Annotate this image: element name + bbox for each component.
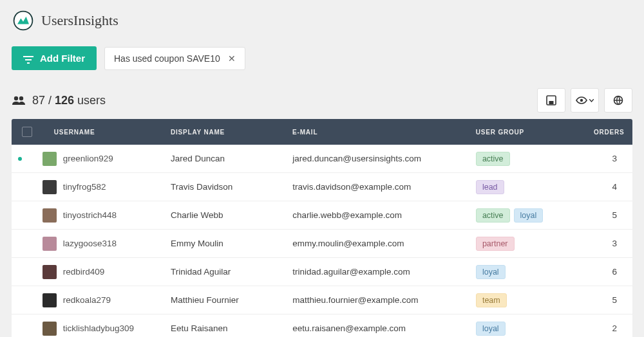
table-row[interactable]: ticklishladybug309Eetu Raisaneneetu.rais… bbox=[12, 314, 632, 337]
email-text: emmy.moulin@example.com bbox=[292, 239, 476, 248]
toolbar: Add Filter Has used coupon SAVE10 ✕ bbox=[12, 46, 632, 70]
svg-rect-6 bbox=[549, 101, 554, 104]
col-header-group[interactable]: USER GROUP bbox=[476, 129, 594, 136]
table-row[interactable]: tinyostrich448Charlie Webbcharlie.webb@e… bbox=[12, 201, 632, 230]
chevron-down-icon bbox=[589, 99, 594, 102]
online-indicator bbox=[18, 157, 22, 161]
count-sep: / bbox=[45, 94, 55, 107]
avatar bbox=[43, 265, 57, 279]
svg-rect-0 bbox=[23, 56, 33, 57]
svg-rect-2 bbox=[27, 62, 30, 64]
col-header-display[interactable]: DISPLAY NAME bbox=[171, 129, 292, 136]
orders-count: 2 bbox=[594, 323, 632, 333]
display-name: Emmy Moulin bbox=[171, 239, 292, 248]
group-badge: loyal bbox=[514, 208, 544, 223]
svg-point-4 bbox=[19, 96, 23, 100]
display-name: Eetu Raisanen bbox=[171, 323, 292, 333]
col-header-username[interactable]: USERNAME bbox=[43, 129, 171, 136]
user-group-cell: active bbox=[476, 152, 594, 166]
display-name: Jared Duncan bbox=[171, 154, 292, 163]
username-text: tinyfrog582 bbox=[63, 182, 106, 192]
email-text: trinidad.aguilar@example.com bbox=[292, 267, 476, 277]
username-text: redkoala279 bbox=[63, 295, 111, 305]
users-icon bbox=[12, 95, 26, 105]
group-badge: active bbox=[476, 152, 510, 166]
group-badge: active bbox=[476, 208, 510, 223]
avatar bbox=[43, 293, 57, 307]
group-badge: partner bbox=[476, 237, 515, 251]
globe-icon bbox=[613, 95, 623, 105]
svg-point-3 bbox=[14, 96, 18, 100]
filter-chip-label: Has used coupon SAVE10 bbox=[114, 53, 220, 64]
username-text: greenlion929 bbox=[63, 154, 113, 163]
logo-icon bbox=[12, 9, 35, 32]
orders-count: 5 bbox=[594, 295, 632, 305]
orders-count: 3 bbox=[594, 239, 632, 248]
count-filtered: 87 bbox=[32, 94, 45, 107]
table-row[interactable]: redbird409Trinidad Aguilartrinidad.aguil… bbox=[12, 258, 632, 286]
count-total: 126 bbox=[55, 94, 74, 107]
table-row[interactable]: lazygoose318Emmy Moulinemmy.moulin@examp… bbox=[12, 230, 632, 258]
avatar bbox=[43, 322, 57, 336]
filter-icon bbox=[23, 55, 33, 62]
orders-count: 3 bbox=[594, 154, 632, 163]
count-label: users bbox=[74, 94, 106, 107]
display-name: Travis Davidson bbox=[171, 182, 292, 192]
save-view-button[interactable] bbox=[537, 88, 565, 113]
brand-name: UsersInsights bbox=[41, 12, 118, 29]
email-text: eetu.raisanen@example.com bbox=[292, 323, 476, 333]
display-name: Charlie Webb bbox=[171, 210, 292, 220]
orders-count: 5 bbox=[594, 210, 632, 220]
table-row[interactable]: redkoala279Matthieu Fourniermatthieu.fou… bbox=[12, 286, 632, 314]
orders-count: 4 bbox=[594, 182, 632, 192]
group-badge: team bbox=[476, 293, 507, 307]
table-header: USERNAME DISPLAY NAME E-MAIL USER GROUP … bbox=[12, 119, 632, 145]
user-group-cell: partner bbox=[476, 237, 594, 251]
add-filter-label: Add Filter bbox=[40, 53, 85, 64]
count-row: 87 / 126 users bbox=[12, 88, 632, 113]
eye-icon bbox=[576, 96, 587, 104]
group-badge: loyal bbox=[476, 322, 506, 336]
select-all-checkbox[interactable] bbox=[22, 127, 32, 137]
filter-chip[interactable]: Has used coupon SAVE10 ✕ bbox=[104, 47, 245, 70]
users-table: USERNAME DISPLAY NAME E-MAIL USER GROUP … bbox=[12, 119, 632, 337]
display-name: Trinidad Aguilar bbox=[171, 267, 292, 277]
columns-visibility-button[interactable] bbox=[571, 88, 599, 113]
table-row[interactable]: tinyfrog582Travis Davidsontravis.davidso… bbox=[12, 173, 632, 201]
col-header-email[interactable]: E-MAIL bbox=[292, 129, 476, 136]
email-text: jared.duncan@usersinsights.com bbox=[292, 154, 476, 163]
username-text: redbird409 bbox=[63, 267, 105, 277]
table-row[interactable]: greenlion929Jared Duncanjared.duncan@use… bbox=[12, 145, 632, 173]
app-header: UsersInsights bbox=[12, 9, 632, 32]
email-text: matthieu.fournier@example.com bbox=[292, 295, 476, 305]
orders-count: 6 bbox=[594, 267, 632, 277]
group-badge: loyal bbox=[476, 265, 506, 279]
email-text: charlie.webb@example.com bbox=[292, 210, 476, 220]
close-icon[interactable]: ✕ bbox=[228, 53, 236, 64]
avatar bbox=[43, 237, 57, 251]
svg-rect-1 bbox=[25, 59, 32, 60]
user-group-cell: activeloyal bbox=[476, 208, 594, 223]
user-group-cell: loyal bbox=[476, 322, 594, 336]
svg-point-7 bbox=[580, 99, 583, 102]
username-text: tinyostrich448 bbox=[63, 210, 117, 220]
save-icon bbox=[546, 95, 556, 105]
avatar bbox=[43, 152, 57, 166]
export-button[interactable] bbox=[604, 88, 632, 113]
action-buttons bbox=[537, 88, 632, 113]
username-text: ticklishladybug309 bbox=[63, 323, 134, 333]
email-text: travis.davidson@example.com bbox=[292, 182, 476, 192]
user-count: 87 / 126 users bbox=[12, 94, 106, 107]
username-text: lazygoose318 bbox=[63, 239, 117, 248]
user-group-cell: loyal bbox=[476, 265, 594, 279]
user-group-cell: lead bbox=[476, 180, 594, 194]
display-name: Matthieu Fournier bbox=[171, 295, 292, 305]
add-filter-button[interactable]: Add Filter bbox=[12, 46, 97, 70]
col-header-orders[interactable]: ORDERS bbox=[594, 129, 632, 136]
avatar bbox=[43, 180, 57, 194]
group-badge: lead bbox=[476, 180, 504, 194]
user-group-cell: team bbox=[476, 293, 594, 307]
avatar bbox=[43, 208, 57, 223]
